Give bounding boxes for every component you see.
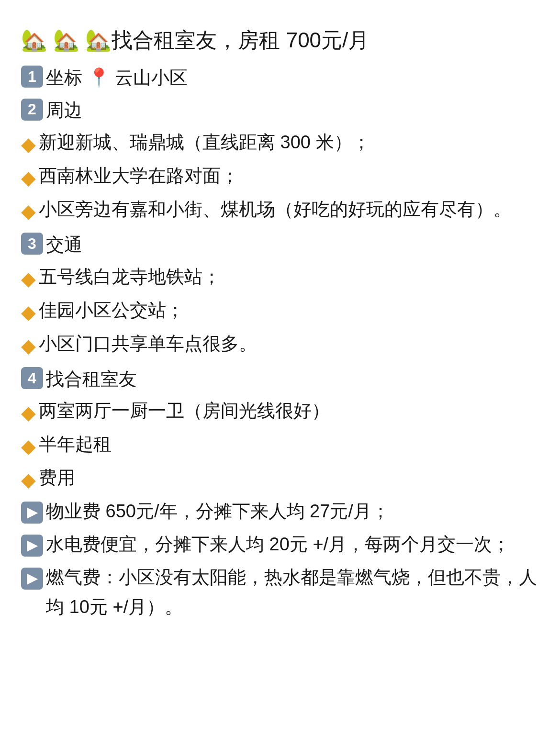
play-badge-2: ▶ <box>21 535 43 557</box>
section-2-label: 周边 <box>46 95 82 125</box>
section-3-header: 3 交通 <box>21 230 539 260</box>
play-badge-3: ▶ <box>21 568 43 590</box>
bullet-item: ◆ 新迎新城、瑞鼎城（直线距离 300 米）； <box>21 127 539 160</box>
bullet-text: 费用 <box>39 463 539 493</box>
bullet-item: ◆ 佳园小区公交站； <box>21 295 539 328</box>
bullet-item: ◆ 小区旁边有嘉和小街、煤机场（好吃的好玩的应有尽有）。 <box>21 194 539 227</box>
diamond-icon: ◆ <box>21 464 36 495</box>
title-text: 🏡 🏡 🏡找合租室友，房租 700元/月 <box>21 28 369 52</box>
section-4-header: 4 找合租室友 <box>21 364 539 394</box>
section-4-bullets: ◆ 两室两厅一厨一卫（房间光线很好） ◆ 半年起租 ◆ 费用 <box>21 396 539 495</box>
bullet-item: ◆ 五号线白龙寺地铁站； <box>21 262 539 294</box>
diamond-icon: ◆ <box>21 128 36 160</box>
badge-3: 3 <box>21 233 43 255</box>
diamond-icon: ◆ <box>21 263 36 294</box>
bullet-item: ◆ 半年起租 <box>21 429 539 462</box>
diamond-icon: ◆ <box>21 296 36 328</box>
section-4-label: 找合租室友 <box>46 364 137 394</box>
play-items: ▶ 物业费 650元/年，分摊下来人均 27元/月； ▶ 水电费便宜，分摊下来人… <box>21 496 539 622</box>
diamond-icon: ◆ <box>21 195 36 227</box>
bullet-text: 小区门口共享单车点很多。 <box>39 329 539 359</box>
diamond-icon: ◆ <box>21 430 36 462</box>
bullet-item: ◆ 费用 <box>21 463 539 495</box>
badge-2: 2 <box>21 99 43 121</box>
play-badge-icon: ▶ <box>21 497 46 527</box>
play-badge-icon: ▶ <box>21 530 46 560</box>
play-badge-1: ▶ <box>21 502 43 524</box>
main-content: 🏡 🏡 🏡找合租室友，房租 700元/月 1 坐标 📍 云山小区 2 周边 ◆ … <box>21 23 539 622</box>
badge-1: 1 <box>21 66 43 88</box>
bullet-item: ◆ 小区门口共享单车点很多。 <box>21 329 539 361</box>
section-1-label: 坐标 📍 云山小区 <box>46 63 188 93</box>
play-item: ▶ 水电费便宜，分摊下来人均 20元 +/月，每两个月交一次； <box>21 529 539 560</box>
bullet-text: 两室两厅一厨一卫（房间光线很好） <box>39 396 539 426</box>
section-2-bullets: ◆ 新迎新城、瑞鼎城（直线距离 300 米）； ◆ 西南林业大学在路对面； ◆ … <box>21 127 539 227</box>
bullet-text: 五号线白龙寺地铁站； <box>39 262 539 292</box>
play-item: ▶ 物业费 650元/年，分摊下来人均 27元/月； <box>21 496 539 527</box>
diamond-icon: ◆ <box>21 330 36 361</box>
play-badge-icon: ▶ <box>21 563 46 593</box>
badge-4: 4 <box>21 367 43 389</box>
bullet-text: 西南林业大学在路对面； <box>39 161 539 191</box>
section-3-label: 交通 <box>46 230 82 260</box>
section-1-header: 1 坐标 📍 云山小区 <box>21 63 539 93</box>
section-2-header: 2 周边 <box>21 95 539 125</box>
bullet-text: 小区旁边有嘉和小街、煤机场（好吃的好玩的应有尽有）。 <box>39 194 539 224</box>
bullet-item: ◆ 西南林业大学在路对面； <box>21 161 539 193</box>
diamond-icon: ◆ <box>21 162 36 193</box>
diamond-icon: ◆ <box>21 397 36 428</box>
play-item-text-2: 水电费便宜，分摊下来人均 20元 +/月，每两个月交一次； <box>46 529 539 559</box>
title-line: 🏡 🏡 🏡找合租室友，房租 700元/月 <box>21 23 539 58</box>
play-item-text-3: 燃气费：小区没有太阳能，热水都是靠燃气烧，但也不贵，人均 10元 +/月）。 <box>46 562 539 622</box>
section-3-bullets: ◆ 五号线白龙寺地铁站； ◆ 佳园小区公交站； ◆ 小区门口共享单车点很多。 <box>21 262 539 361</box>
bullet-text: 新迎新城、瑞鼎城（直线距离 300 米）； <box>39 127 539 157</box>
bullet-item: ◆ 两室两厅一厨一卫（房间光线很好） <box>21 396 539 428</box>
bullet-text: 佳园小区公交站； <box>39 295 539 325</box>
play-item-text-1: 物业费 650元/年，分摊下来人均 27元/月； <box>46 496 539 526</box>
bullet-text: 半年起租 <box>39 429 539 459</box>
play-item: ▶ 燃气费：小区没有太阳能，热水都是靠燃气烧，但也不贵，人均 10元 +/月）。 <box>21 562 539 622</box>
